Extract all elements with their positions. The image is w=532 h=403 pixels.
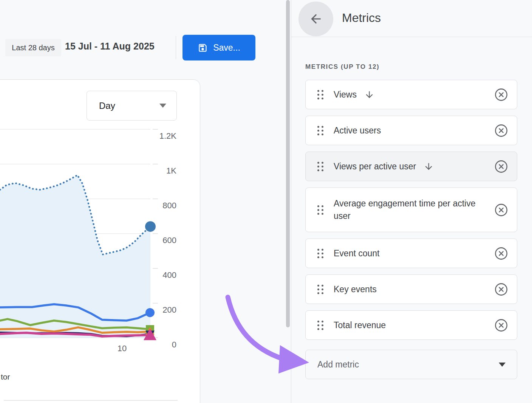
y-tick-label: 1.2K [159,131,177,141]
save-button-label: Save... [213,43,240,53]
sort-descending-icon [424,161,434,172]
metric-item[interactable]: Average engagement time per active user [305,188,517,232]
metric-item-label: Average engagement time per active user [334,197,477,222]
series-marker-solid-blue [145,308,155,317]
toolbar-divider [176,36,176,59]
remove-metric-icon[interactable] [494,203,509,217]
metric-item[interactable]: Total revenue [305,310,517,340]
drag-handle-icon[interactable] [317,249,323,258]
metric-item-label: Key events [334,283,377,296]
remove-metric-icon[interactable] [494,246,509,261]
date-range-text[interactable]: 15 Jul - 11 Aug 2025 [65,41,155,52]
vertical-scrollbar-thumb[interactable] [286,0,290,327]
metric-item-label: Total revenue [334,319,386,332]
drag-handle-icon[interactable] [317,126,323,135]
metric-item[interactable]: Key events [305,274,517,304]
analytics-customize-report-screen: Last 28 days 15 Jul - 11 Aug 2025 Save..… [0,0,532,403]
metric-item-label: Active users [334,124,381,137]
y-tick-label: 200 [162,305,176,315]
metric-list: Views Active users Views per active user [305,80,517,379]
remove-metric-icon[interactable] [494,282,509,297]
metric-item[interactable]: Active users [305,116,517,145]
metric-item[interactable]: Views per active user [305,152,517,181]
metric-item[interactable]: Views [305,80,517,109]
metric-item-label: Views [334,88,357,101]
save-button[interactable]: Save... [182,35,255,60]
y-tick-label: 800 [162,201,176,210]
y-tick-label: 1K [166,166,176,175]
remove-metric-icon[interactable] [494,159,509,174]
y-tick-label: 400 [162,270,176,280]
sort-descending-icon [364,90,374,100]
back-button[interactable] [298,2,333,36]
y-axis-labels: 1.2K 1K 800 600 400 200 0 [159,131,177,349]
drag-handle-icon[interactable] [317,205,323,215]
drag-handle-icon[interactable] [317,321,323,330]
metrics-section-label: METRICS (UP TO 12) [305,63,379,71]
metric-item-label: Views per active user [334,160,416,173]
metric-item[interactable]: Event count [305,239,517,268]
arrow-back-icon [309,12,323,26]
date-preset-label: Last 28 days [12,43,54,52]
drag-handle-icon[interactable] [317,90,323,99]
y-tick-label: 0 [172,340,176,349]
add-metric-label: Add metric [317,360,359,370]
date-preset-chip[interactable]: Last 28 days [5,39,61,56]
panel-title: Metrics [342,11,381,25]
metrics-panel: Metrics METRICS (UP TO 12) Views Active … [291,0,532,403]
drag-handle-icon[interactable] [317,285,323,294]
metric-item-label: Event count [334,247,379,260]
line-chart: 1.2K 1K 800 600 400 200 0 10 tor [0,79,200,403]
add-metric-dropdown[interactable]: Add metric [305,350,517,379]
remove-metric-icon[interactable] [494,318,509,333]
chart-series-layer [0,175,156,340]
legend-partial-text: tor [1,372,10,381]
y-tick-label: 600 [162,236,176,245]
save-icon [198,43,208,53]
drag-handle-icon[interactable] [317,162,323,171]
x-tick-label: 10 [118,344,127,353]
chevron-down-icon [499,363,506,367]
remove-metric-icon[interactable] [494,123,509,138]
series-area-dotted-blue [0,175,150,338]
series-marker-dotted-blue [145,221,156,232]
remove-metric-icon[interactable] [494,87,509,102]
